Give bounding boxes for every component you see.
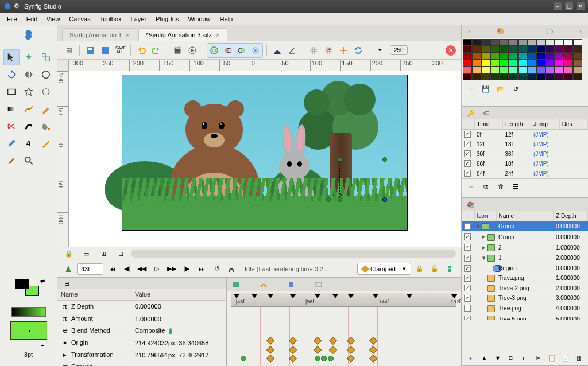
onion-skin-button[interactable]	[207, 44, 221, 57]
layer-zdepth[interactable]: 0.000000	[554, 232, 588, 242]
palette-color[interactable]	[472, 46, 481, 53]
kf-col-jump[interactable]: Jump	[531, 119, 559, 130]
layer-zdepth[interactable]: 4.000000	[554, 303, 588, 314]
palette-color[interactable]	[509, 39, 518, 46]
keyframe-row[interactable]: ✓66f18f(JMP)	[462, 159, 588, 169]
palette-tab-icon[interactable]: 🎨	[497, 28, 505, 36]
selection-box[interactable]	[339, 159, 385, 200]
param-value[interactable]: Composite	[131, 325, 226, 337]
palette-color[interactable]	[481, 67, 490, 73]
timetrack-tab[interactable]	[230, 279, 242, 290]
onion-future-button[interactable]	[235, 44, 249, 57]
palette-color[interactable]	[472, 39, 481, 46]
polygon-tool[interactable]	[38, 84, 54, 100]
canvas-fit-button[interactable]: ▭	[79, 247, 93, 260]
menu-layer[interactable]: Layer	[126, 14, 152, 24]
layer-checkbox[interactable]	[464, 305, 471, 312]
layer-zdepth[interactable]: 2.000000	[554, 283, 588, 293]
brush-tool[interactable]	[3, 153, 20, 169]
palette-color[interactable]	[555, 39, 564, 46]
kf-length[interactable]: 12f	[503, 130, 532, 139]
kf-time[interactable]: 30f	[474, 149, 503, 159]
canvas-grid1-button[interactable]: ⊞	[96, 247, 110, 260]
palette-color[interactable]	[481, 46, 490, 53]
layers-col-name[interactable]: Name	[496, 211, 554, 221]
palette-color[interactable]	[481, 60, 490, 67]
layer-name[interactable]: Group	[496, 221, 554, 232]
layers-col-z[interactable]: Z Depth	[554, 211, 588, 221]
kf-length[interactable]: 24f	[503, 169, 532, 178]
canvas-hscrollbar[interactable]	[131, 250, 456, 258]
kf-props-button[interactable]: ☰	[510, 181, 521, 192]
layer-row[interactable]: Tree.png4.000000	[462, 303, 588, 314]
palette-color[interactable]	[463, 60, 472, 67]
palette-color[interactable]	[463, 67, 472, 73]
palette-color[interactable]	[463, 46, 472, 53]
menu-edit[interactable]: Edit	[22, 14, 42, 24]
keyframe-row[interactable]: ✓84f24f(JMP)	[462, 169, 588, 178]
palette-color[interactable]	[536, 60, 546, 67]
kf-time[interactable]: 66f	[474, 159, 503, 169]
play-button[interactable]: ▷	[150, 263, 163, 275]
layer-paste-button[interactable]: 📄	[560, 353, 571, 363]
layer-add-button[interactable]: ＋	[465, 353, 477, 363]
layer-checkbox[interactable]: ✓	[464, 233, 471, 240]
kf-length[interactable]: 18f	[503, 139, 532, 149]
palette-default-button[interactable]: ↺	[510, 84, 521, 94]
param-value[interactable]	[131, 361, 226, 366]
smooth-move-tool[interactable]	[21, 49, 37, 65]
kf-time[interactable]: 12f	[474, 139, 503, 149]
palette-color[interactable]	[509, 46, 518, 53]
keyframe-lock2-button[interactable]: 🔓	[428, 263, 441, 275]
kf-desc[interactable]	[560, 130, 589, 139]
palette-color[interactable]	[500, 67, 509, 73]
close-icon[interactable]: ✕	[215, 32, 220, 38]
palette-color[interactable]	[518, 67, 527, 73]
kf-dup-button[interactable]: ⧉	[480, 181, 492, 192]
palette-color[interactable]	[536, 53, 546, 60]
expand-icon[interactable]: ▸	[481, 233, 487, 240]
show-guides-button[interactable]	[270, 44, 284, 57]
menu-plug-ins[interactable]: Plug-Ins	[151, 14, 183, 24]
children-tab[interactable]	[313, 279, 324, 290]
close-document-button[interactable]: ✕	[446, 45, 456, 56]
kf-length[interactable]: 36f	[503, 149, 532, 159]
layers-col-on[interactable]	[462, 211, 474, 221]
layer-checkbox[interactable]: ✓	[464, 275, 471, 282]
palette-color[interactable]	[509, 67, 518, 73]
layer-checkbox[interactable]: ✓	[464, 295, 471, 302]
palette-color[interactable]	[500, 53, 509, 60]
layer-row[interactable]: ✓Trava.png1.000000	[462, 274, 588, 283]
onion-past-button[interactable]	[221, 44, 235, 57]
layer-row[interactable]: ✓▾Group0.000000	[462, 221, 588, 232]
scale-tool[interactable]	[38, 49, 54, 65]
palette-color[interactable]	[564, 60, 573, 67]
layer-delete-button[interactable]: 🗑	[574, 353, 585, 363]
layer-zdepth[interactable]: 1.000000	[554, 243, 588, 253]
palette-color[interactable]	[546, 39, 555, 46]
param-row[interactable]: ▸Transformation210.796591px,-72.462917	[57, 349, 226, 361]
param-row[interactable]: πAmount1.000000	[57, 313, 226, 325]
palette-color[interactable]	[527, 46, 536, 53]
kf-desc[interactable]	[560, 149, 589, 159]
size-increase-button[interactable]: +	[41, 342, 44, 349]
layer-name[interactable]: Region	[496, 263, 554, 273]
palette-color[interactable]	[555, 73, 564, 80]
params-tab[interactable]: ⊞	[61, 278, 72, 289]
palette-save-button[interactable]: 💾	[480, 84, 492, 94]
menu-help[interactable]: Help	[215, 14, 238, 24]
minimize-button[interactable]: –	[554, 2, 562, 10]
keyframe-row[interactable]: ✓30f36f(JMP)	[462, 149, 588, 159]
palette-color[interactable]	[509, 60, 518, 67]
swap-colors-icon[interactable]: ⇄	[40, 278, 45, 284]
kf-desc[interactable]	[560, 139, 589, 149]
palette-add-button[interactable]: ＋	[465, 84, 477, 94]
palette-next-button[interactable]: ›	[575, 26, 586, 37]
layer-name[interactable]: Trava.png	[496, 274, 554, 283]
palette-open-button[interactable]: 📂	[495, 84, 506, 94]
text-tool[interactable]: A	[21, 135, 37, 151]
zoom-tool[interactable]	[21, 153, 37, 169]
color-swatches[interactable]: ⇄	[15, 279, 42, 303]
params-col-value[interactable]: Value	[131, 289, 226, 301]
layer-row[interactable]: ✓Tree-3.png3.000000	[462, 294, 588, 303]
